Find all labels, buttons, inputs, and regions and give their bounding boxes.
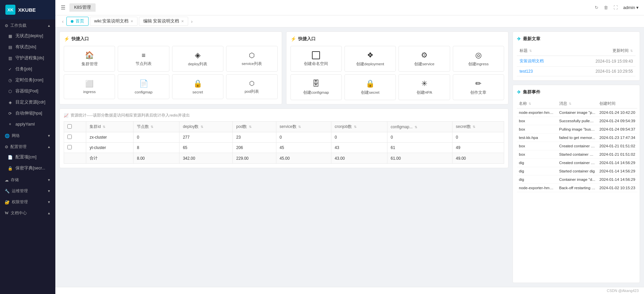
create-ns-icon xyxy=(312,51,320,59)
ev8-message: Container image "d... xyxy=(557,175,597,184)
sort-ev-name-icon[interactable]: ⇅ xyxy=(529,102,531,105)
select-all-checkbox[interactable] xyxy=(67,124,72,129)
sort-art-title-icon[interactable]: ⇅ xyxy=(529,49,532,53)
sidebar-item-sts[interactable]: ▤ 有状态[sts] xyxy=(0,42,55,53)
qi-cluster-manage[interactable]: 🏠 集群管理 xyxy=(64,46,115,72)
col-art-updated: 更新时间 xyxy=(612,48,629,53)
sidebar-item-secret[interactable]: 🔒 保密字典[secr... xyxy=(0,163,55,174)
sidebar-item-hpa[interactable]: ⟳ 自动伸缩[hpa] xyxy=(0,108,55,119)
sort-service-icon[interactable]: ⇅ xyxy=(298,125,301,129)
tab-wiki[interactable]: wiki:安装说明文档 ✕ xyxy=(90,17,138,26)
tab-wiki-close[interactable]: ✕ xyxy=(130,19,133,23)
qi-create-ns[interactable]: 创建命名空间 xyxy=(290,46,342,72)
qi-ingress-label: ingress xyxy=(83,90,96,94)
sidebar-group-network[interactable]: 🌐 网络 ▼ xyxy=(0,130,55,141)
tab-nav-left[interactable]: ‹ xyxy=(61,19,65,24)
sidebar-item-job[interactable]: ✓ 任务[job] xyxy=(0,64,55,75)
articles-th-title: 标题 ⇅ xyxy=(517,46,566,56)
ev5-name: box xyxy=(517,150,557,159)
stats-note: 📈 资源统计-----该部分数据是访问相应资源列表后统计存入redis并读出 xyxy=(64,113,504,118)
qi-secret[interactable]: 🔒 secret xyxy=(172,74,223,99)
art0-title[interactable]: 安装说明文档 xyxy=(517,56,566,67)
page-footer: CSDN @Akang423 xyxy=(55,287,644,294)
qi-service-list[interactable]: ⬡ service列表 xyxy=(226,46,277,72)
sidebar-group-storage[interactable]: ☁ 存储 ▼ xyxy=(0,174,55,185)
storage-icon: ☁ xyxy=(5,178,9,182)
sidebar-group-perms[interactable]: 🔐 权限管理 ▼ xyxy=(0,196,55,207)
events-th-message: 消息 ⇅ xyxy=(557,99,597,108)
topbar: ☰ K8S管理 ↻ 🗑 ⛶ admin ▾ xyxy=(55,0,644,15)
expand-icon[interactable]: ⛶ xyxy=(613,5,618,10)
events-icon: ✈ xyxy=(517,89,521,95)
event-row-0: node-exporter-hmz2v Container image "p..… xyxy=(517,108,637,117)
total-configmap: 61.00 xyxy=(387,153,452,164)
sidebar-item-deploy[interactable]: ▦ 无状态[deploy] xyxy=(0,30,55,42)
sort-configmap-icon[interactable]: ⇅ xyxy=(415,125,417,129)
sort-pod-icon[interactable]: ⇅ xyxy=(249,125,252,129)
tab-nav-right[interactable]: › xyxy=(190,19,194,24)
sidebar-group-ops[interactable]: 🔧 运维管理 ▼ xyxy=(0,185,55,196)
sidebar-item-cm[interactable]: 📄 配置项[cm] xyxy=(0,152,55,163)
quick-right-icon: ⚡ xyxy=(290,36,296,42)
sort-art-updated-icon[interactable]: ⇅ xyxy=(630,49,633,53)
delete-icon[interactable]: 🗑 xyxy=(604,5,608,10)
sidebar-group-workload[interactable]: ⚙ 工作负载 ▲ xyxy=(0,19,55,30)
col-art-title: 标题 xyxy=(520,48,528,53)
topbar-right: ↻ 🗑 ⛶ admin ▾ xyxy=(595,5,639,10)
sort-ev-message-icon[interactable]: ⇅ xyxy=(569,102,572,105)
qi-create-service[interactable]: ⚙ 创建service xyxy=(398,46,450,72)
cm-icon: 📄 xyxy=(7,155,13,160)
sidebar-item-applyyaml[interactable]: + applyYaml xyxy=(0,119,55,130)
qi-create-secret[interactable]: 🔒 创建secret xyxy=(344,74,396,100)
ev6-message: Created container dig xyxy=(557,159,597,167)
ev0-name: node-exporter-hmz2v xyxy=(517,108,557,117)
qi-pod-label: pod列表 xyxy=(245,89,259,94)
events-table: 名称 ⇅ 消息 ⇅ 创建时间 xyxy=(517,99,637,192)
articles-panel: ✈ 最新文章 标题 ⇅ 更新时间 xyxy=(513,31,640,81)
sort-cronjob-icon[interactable]: ⇅ xyxy=(354,125,357,129)
qi-create-article[interactable]: ✏ 创作文章 xyxy=(453,74,504,100)
row1-checkbox[interactable] xyxy=(67,145,72,149)
qi-pod-list[interactable]: ⬡ pod列表 xyxy=(226,74,277,99)
sidebar-item-label: 任务[job] xyxy=(15,66,32,72)
perms-label: 权限管理 xyxy=(12,199,28,205)
sidebar-group-docs[interactable]: W 文档中心 ▲ xyxy=(0,207,55,218)
row0-configmap: 0 xyxy=(387,132,452,143)
chart-icon: 📈 xyxy=(64,113,68,118)
admin-button[interactable]: admin ▾ xyxy=(623,5,639,10)
menu-icon[interactable]: ☰ xyxy=(61,4,65,11)
qi-ingress[interactable]: ⬜ ingress xyxy=(64,74,115,99)
tab-home[interactable]: 首页 xyxy=(66,17,89,26)
storage-chevron: ▼ xyxy=(47,178,51,182)
refresh-icon[interactable]: ↻ xyxy=(595,5,598,10)
sort-secret-icon[interactable]: ⇅ xyxy=(473,125,475,129)
stats-note-text: 资源统计-----该部分数据是访问相应资源列表后统计存入redis并读出 xyxy=(70,113,190,118)
qi-create-ingress[interactable]: ◎ 创建ingress xyxy=(453,46,504,72)
sidebar-item-pod[interactable]: ⬡ 容器组[Pod] xyxy=(0,86,55,97)
qi-deploy-list[interactable]: ◈ deploy列表 xyxy=(172,46,223,72)
quick-access-left-header: ⚡ 快捷入口 xyxy=(64,36,278,42)
app-name: XKUBE xyxy=(18,7,36,13)
sidebar-item-ds[interactable]: ▥ 守护进程集[ds] xyxy=(0,53,55,64)
admin-label: admin xyxy=(623,5,635,10)
row1-deploy: 65 xyxy=(179,143,233,153)
row0-checkbox[interactable] xyxy=(67,135,72,139)
sort-nodes-icon[interactable]: ⇅ xyxy=(151,125,153,129)
qi-node-list[interactable]: ≡ 节点列表 xyxy=(118,46,169,72)
tab-edit-close[interactable]: ✕ xyxy=(181,19,184,23)
tab-edit[interactable]: 编辑 安装说明文档 ✕ xyxy=(139,17,188,26)
qi-configmap[interactable]: 📄 configmap xyxy=(118,74,169,99)
sidebar-item-cdr[interactable]: ◈ 目定义资源[cdr] xyxy=(0,97,55,108)
quick-access-row: ⚡ 快捷入口 🏠 集群管理 ≡ 节点列表 xyxy=(59,31,508,104)
qi-create-hpa[interactable]: ✳ 创建HPA xyxy=(398,74,450,100)
art1-title[interactable]: test123 xyxy=(517,67,566,76)
sidebar-group-config[interactable]: ⚙ 配置管理 ▲ xyxy=(0,141,55,152)
qi-create-deploy[interactable]: ❖ 创建deployment xyxy=(344,46,396,72)
sort-cluster-icon[interactable]: ⇅ xyxy=(103,125,105,129)
workload-chevron: ▲ xyxy=(47,24,51,27)
footer-text: CSDN @Akang423 xyxy=(607,289,639,293)
qi-create-configmap[interactable]: 🗄 创建configmap xyxy=(290,74,342,100)
sort-deploy-icon[interactable]: ⇅ xyxy=(201,125,203,129)
sidebar-item-cron[interactable]: ◷ 定时任务[cron] xyxy=(0,75,55,86)
total-service: 45.00 xyxy=(276,153,331,164)
